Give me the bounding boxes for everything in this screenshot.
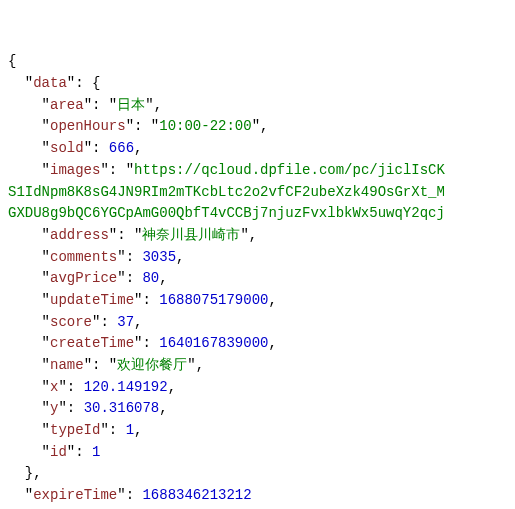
key-address: address [50,227,109,243]
value-name: 欢迎你餐厅 [117,357,187,373]
value-expireTime: 1688346213212 [142,487,251,503]
value-sold: 666 [109,140,134,156]
json-viewer: { "data": { "area": "日本", "openHours": "… [8,51,507,509]
value-comments: 3035 [142,249,176,265]
key-sold: sold [50,140,84,156]
value-avgPrice: 80 [142,270,159,286]
value-area: 日本 [117,97,145,113]
key-score: score [50,314,92,330]
value-images-line3: GXDU8g9bQC6YGCpAmG00QbfT4vCCBj7njuzFvxlb… [8,205,445,221]
value-images-line1: https://qcloud.dpfile.com/pc/jiclIsCK [134,162,445,178]
value-id: 1 [92,444,100,460]
key-createTime: createTime [50,335,134,351]
value-createTime: 1640167839000 [159,335,268,351]
key-expireTime: expireTime [33,487,117,503]
value-openHours: 10:00-22:00 [159,118,251,134]
value-address: 神奈川县川崎市 [142,227,240,243]
value-images-line2: S1IdNpm8K8sG4JN9RIm2mTKcbLtc2o2vfCF2ubeX… [8,184,445,200]
value-x: 120.149192 [84,379,168,395]
key-id: id [50,444,67,460]
key-updateTime: updateTime [50,292,134,308]
key-avgPrice: avgPrice [50,270,117,286]
key-openHours: openHours [50,118,126,134]
key-area: area [50,97,84,113]
key-typeId: typeId [50,422,100,438]
key-comments: comments [50,249,117,265]
value-updateTime: 1688075179000 [159,292,268,308]
key-data: data [33,75,67,91]
value-typeId: 1 [126,422,134,438]
key-name: name [50,357,84,373]
value-score: 37 [117,314,134,330]
key-images: images [50,162,100,178]
value-y: 30.316078 [84,400,160,416]
